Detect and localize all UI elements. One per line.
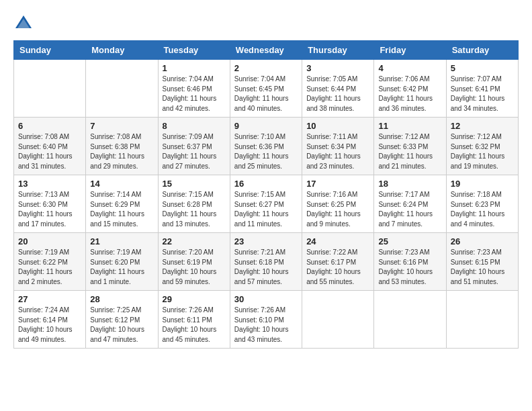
day-cell: 11Sunrise: 7:12 AM Sunset: 6:33 PM Dayli…: [374, 118, 446, 175]
day-number: 2: [234, 63, 298, 73]
day-info: Sunrise: 7:11 AM Sunset: 6:34 PM Dayligh…: [306, 132, 369, 171]
day-info: Sunrise: 7:19 AM Sunset: 6:22 PM Dayligh…: [18, 248, 81, 287]
day-cell: 7Sunrise: 7:08 AM Sunset: 6:38 PM Daylig…: [86, 118, 158, 175]
day-info: Sunrise: 7:14 AM Sunset: 6:29 PM Dayligh…: [90, 190, 153, 229]
day-number: 15: [163, 179, 226, 189]
day-cell: 27Sunrise: 7:24 AM Sunset: 6:14 PM Dayli…: [14, 291, 86, 349]
day-number: 17: [306, 179, 369, 189]
weekday-header-sunday: Sunday: [14, 41, 86, 60]
day-number: 14: [90, 179, 153, 189]
day-cell: 15Sunrise: 7:15 AM Sunset: 6:28 PM Dayli…: [158, 175, 230, 233]
day-info: Sunrise: 7:16 AM Sunset: 6:25 PM Dayligh…: [306, 190, 369, 229]
day-number: 28: [90, 294, 153, 304]
day-info: Sunrise: 7:10 AM Sunset: 6:36 PM Dayligh…: [234, 132, 298, 171]
day-cell: 1Sunrise: 7:04 AM Sunset: 6:46 PM Daylig…: [158, 60, 230, 118]
day-info: Sunrise: 7:25 AM Sunset: 6:12 PM Dayligh…: [90, 306, 153, 345]
day-cell: 28Sunrise: 7:25 AM Sunset: 6:12 PM Dayli…: [86, 291, 158, 349]
day-number: 25: [378, 236, 441, 246]
day-info: Sunrise: 7:22 AM Sunset: 6:17 PM Dayligh…: [306, 248, 369, 287]
week-row-3: 13Sunrise: 7:13 AM Sunset: 6:30 PM Dayli…: [14, 175, 519, 233]
day-info: Sunrise: 7:21 AM Sunset: 6:18 PM Dayligh…: [234, 248, 298, 287]
day-info: Sunrise: 7:19 AM Sunset: 6:20 PM Dayligh…: [90, 248, 153, 287]
day-number: 1: [163, 63, 226, 73]
day-number: 13: [18, 179, 81, 189]
day-number: 27: [18, 294, 81, 304]
day-number: 22: [163, 236, 226, 246]
calendar-table: SundayMondayTuesdayWednesdayThursdayFrid…: [13, 40, 519, 349]
day-cell: 10Sunrise: 7:11 AM Sunset: 6:34 PM Dayli…: [302, 118, 374, 175]
day-number: 30: [234, 294, 298, 304]
day-cell: 20Sunrise: 7:19 AM Sunset: 6:22 PM Dayli…: [14, 233, 86, 291]
day-number: 18: [378, 179, 441, 189]
day-cell: 14Sunrise: 7:14 AM Sunset: 6:29 PM Dayli…: [86, 175, 158, 233]
day-info: Sunrise: 7:07 AM Sunset: 6:41 PM Dayligh…: [451, 75, 514, 113]
day-cell: 29Sunrise: 7:26 AM Sunset: 6:11 PM Dayli…: [158, 291, 230, 349]
day-cell: 22Sunrise: 7:20 AM Sunset: 6:19 PM Dayli…: [158, 233, 230, 291]
day-cell: 24Sunrise: 7:22 AM Sunset: 6:17 PM Dayli…: [302, 233, 374, 291]
day-cell: 2Sunrise: 7:04 AM Sunset: 6:45 PM Daylig…: [230, 60, 302, 118]
day-cell: 26Sunrise: 7:23 AM Sunset: 6:15 PM Dayli…: [446, 233, 518, 291]
day-cell: 30Sunrise: 7:26 AM Sunset: 6:10 PM Dayli…: [230, 291, 302, 349]
day-cell: 13Sunrise: 7:13 AM Sunset: 6:30 PM Dayli…: [14, 175, 86, 233]
weekday-header-wednesday: Wednesday: [230, 41, 302, 60]
day-cell: 6Sunrise: 7:08 AM Sunset: 6:40 PM Daylig…: [14, 118, 86, 175]
day-cell: 17Sunrise: 7:16 AM Sunset: 6:25 PM Dayli…: [302, 175, 374, 233]
day-cell: 19Sunrise: 7:18 AM Sunset: 6:23 PM Dayli…: [446, 175, 518, 233]
day-number: 20: [18, 236, 81, 246]
day-number: 16: [234, 179, 298, 189]
weekday-header-monday: Monday: [86, 41, 158, 60]
day-cell: 9Sunrise: 7:10 AM Sunset: 6:36 PM Daylig…: [230, 118, 302, 175]
day-number: 26: [451, 236, 514, 246]
day-cell: [302, 291, 374, 349]
day-info: Sunrise: 7:20 AM Sunset: 6:19 PM Dayligh…: [163, 248, 226, 287]
day-cell: 5Sunrise: 7:07 AM Sunset: 6:41 PM Daylig…: [446, 60, 518, 118]
day-info: Sunrise: 7:17 AM Sunset: 6:24 PM Dayligh…: [378, 190, 441, 229]
weekday-header-saturday: Saturday: [446, 41, 518, 60]
day-number: 19: [451, 179, 514, 189]
day-cell: 8Sunrise: 7:09 AM Sunset: 6:37 PM Daylig…: [158, 118, 230, 175]
day-info: Sunrise: 7:12 AM Sunset: 6:33 PM Dayligh…: [378, 132, 441, 171]
week-row-1: 1Sunrise: 7:04 AM Sunset: 6:46 PM Daylig…: [14, 60, 519, 118]
day-number: 12: [451, 121, 514, 131]
day-info: Sunrise: 7:23 AM Sunset: 6:16 PM Dayligh…: [378, 248, 441, 287]
day-cell: [446, 291, 518, 349]
day-info: Sunrise: 7:24 AM Sunset: 6:14 PM Dayligh…: [18, 306, 81, 345]
day-info: Sunrise: 7:04 AM Sunset: 6:45 PM Dayligh…: [234, 75, 298, 113]
logo: [13, 13, 36, 34]
day-cell: 12Sunrise: 7:12 AM Sunset: 6:32 PM Dayli…: [446, 118, 518, 175]
day-info: Sunrise: 7:06 AM Sunset: 6:42 PM Dayligh…: [378, 75, 441, 113]
day-cell: [14, 60, 86, 118]
day-cell: 21Sunrise: 7:19 AM Sunset: 6:20 PM Dayli…: [86, 233, 158, 291]
day-number: 8: [163, 121, 226, 131]
day-number: 11: [378, 121, 441, 131]
week-row-4: 20Sunrise: 7:19 AM Sunset: 6:22 PM Dayli…: [14, 233, 519, 291]
day-info: Sunrise: 7:15 AM Sunset: 6:28 PM Dayligh…: [163, 190, 226, 229]
day-number: 29: [163, 294, 226, 304]
day-cell: 18Sunrise: 7:17 AM Sunset: 6:24 PM Dayli…: [374, 175, 446, 233]
day-cell: 25Sunrise: 7:23 AM Sunset: 6:16 PM Dayli…: [374, 233, 446, 291]
day-number: 7: [90, 121, 153, 131]
day-info: Sunrise: 7:26 AM Sunset: 6:10 PM Dayligh…: [234, 306, 298, 345]
day-number: 5: [451, 63, 514, 73]
weekday-header-friday: Friday: [374, 41, 446, 60]
day-info: Sunrise: 7:18 AM Sunset: 6:23 PM Dayligh…: [451, 190, 514, 229]
day-number: 21: [90, 236, 153, 246]
day-info: Sunrise: 7:08 AM Sunset: 6:38 PM Dayligh…: [90, 132, 153, 171]
weekday-header-row: SundayMondayTuesdayWednesdayThursdayFrid…: [14, 41, 519, 60]
day-info: Sunrise: 7:08 AM Sunset: 6:40 PM Dayligh…: [18, 132, 81, 171]
day-number: 10: [306, 121, 369, 131]
page-header: [13, 13, 519, 34]
day-info: Sunrise: 7:04 AM Sunset: 6:46 PM Dayligh…: [163, 75, 226, 113]
day-cell: [86, 60, 158, 118]
day-number: 6: [18, 121, 81, 131]
day-info: Sunrise: 7:15 AM Sunset: 6:27 PM Dayligh…: [234, 190, 298, 229]
week-row-5: 27Sunrise: 7:24 AM Sunset: 6:14 PM Dayli…: [14, 291, 519, 349]
logo-icon: [13, 13, 34, 34]
day-info: Sunrise: 7:05 AM Sunset: 6:44 PM Dayligh…: [306, 75, 369, 113]
day-cell: 3Sunrise: 7:05 AM Sunset: 6:44 PM Daylig…: [302, 60, 374, 118]
day-info: Sunrise: 7:09 AM Sunset: 6:37 PM Dayligh…: [163, 132, 226, 171]
day-cell: 4Sunrise: 7:06 AM Sunset: 6:42 PM Daylig…: [374, 60, 446, 118]
day-cell: [374, 291, 446, 349]
week-row-2: 6Sunrise: 7:08 AM Sunset: 6:40 PM Daylig…: [14, 118, 519, 175]
day-number: 3: [306, 63, 369, 73]
